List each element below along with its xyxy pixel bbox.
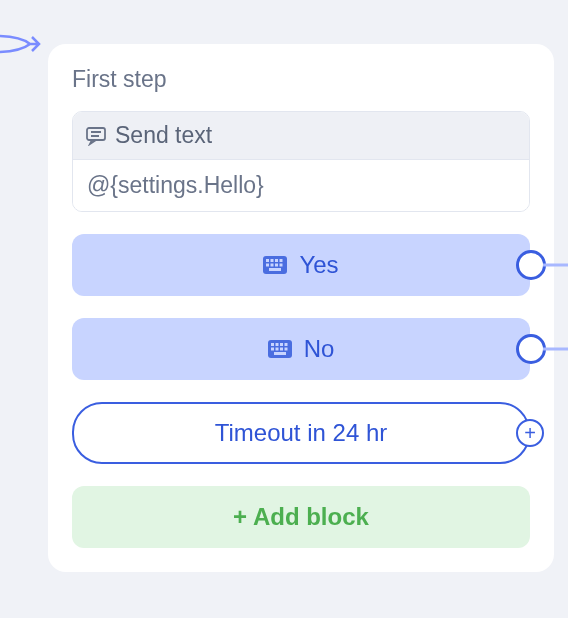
svg-rect-21 [284, 348, 287, 351]
svg-rect-4 [266, 259, 269, 262]
keyboard-icon [263, 256, 287, 274]
svg-rect-0 [87, 128, 105, 140]
option-row-yes: Yes [72, 234, 530, 296]
svg-rect-10 [275, 264, 278, 267]
timeout-button[interactable]: Timeout in 24 hr [72, 402, 530, 464]
svg-rect-22 [274, 352, 286, 355]
svg-rect-17 [284, 343, 287, 346]
send-text-header: Send text [73, 112, 529, 160]
option-button-yes[interactable]: Yes [72, 234, 530, 296]
connector-line [543, 264, 568, 267]
connector-line [543, 348, 568, 351]
send-text-label: Send text [115, 122, 212, 149]
connector-handle-yes[interactable] [516, 250, 546, 280]
option-label: Yes [299, 251, 338, 279]
svg-rect-19 [275, 348, 278, 351]
keyboard-icon [268, 340, 292, 358]
svg-rect-20 [280, 348, 283, 351]
add-block-button[interactable]: + Add block [72, 486, 530, 548]
svg-rect-6 [275, 259, 278, 262]
option-label: No [304, 335, 335, 363]
svg-rect-8 [266, 264, 269, 267]
svg-rect-12 [269, 268, 281, 271]
svg-rect-7 [280, 259, 283, 262]
svg-rect-15 [275, 343, 278, 346]
send-text-body[interactable]: @{settings.Hello} [73, 160, 529, 211]
step-title: First step [72, 66, 530, 93]
timeout-label: Timeout in 24 hr [215, 419, 388, 447]
send-text-value: @{settings.Hello} [87, 172, 264, 198]
svg-rect-11 [280, 264, 283, 267]
plus-icon: + [524, 423, 536, 443]
svg-rect-5 [271, 259, 274, 262]
add-connector-button[interactable]: + [516, 419, 544, 447]
incoming-connection-arrow [0, 30, 50, 60]
timeout-row: Timeout in 24 hr + [72, 402, 530, 464]
svg-rect-16 [280, 343, 283, 346]
send-text-block[interactable]: Send text @{settings.Hello} [72, 111, 530, 212]
step-card: First step Send text @{settings.Hello} [48, 44, 554, 572]
connector-handle-no[interactable] [516, 334, 546, 364]
add-block-label: + Add block [233, 503, 369, 531]
option-button-no[interactable]: No [72, 318, 530, 380]
option-row-no: No [72, 318, 530, 380]
chat-icon [85, 126, 107, 146]
svg-rect-18 [271, 348, 274, 351]
svg-rect-9 [271, 264, 274, 267]
svg-rect-14 [271, 343, 274, 346]
